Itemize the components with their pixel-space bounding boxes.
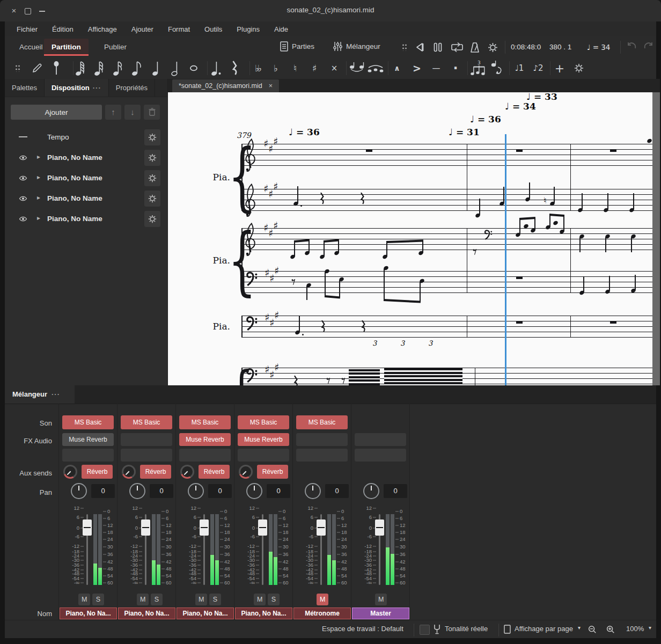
aux-send-knob[interactable] [122, 465, 136, 479]
duration-16th-button[interactable] [112, 60, 124, 76]
volume-fader[interactable] [86, 514, 88, 585]
channel-name[interactable]: Piano, No Na... [235, 608, 292, 619]
parties-button[interactable]: Parties [280, 41, 314, 52]
eighth-rest[interactable] [326, 377, 330, 384]
move-down-button[interactable]: ↓ [124, 105, 141, 120]
volume-fader[interactable] [379, 514, 380, 585]
whole-rest[interactable] [610, 321, 616, 324]
zoom-in-icon[interactable] [606, 625, 615, 634]
menu-outils[interactable]: Outils [204, 25, 222, 33]
whole-rest[interactable] [516, 149, 523, 152]
marcato-button[interactable]: ∧ [394, 64, 400, 72]
workspace-label[interactable]: Espace de travail : Default [322, 625, 403, 633]
fader-handle[interactable] [258, 519, 267, 536]
note[interactable] [553, 221, 559, 225]
tempo-marking[interactable]: ♩ = 34 [505, 101, 536, 112]
visibility-eye-icon[interactable] [18, 153, 28, 162]
pan-knob[interactable] [246, 483, 262, 499]
loop-button[interactable] [451, 42, 465, 53]
solo-button[interactable]: S [151, 594, 163, 605]
tab-palettes[interactable]: Palettes [5, 79, 45, 97]
duration-64th-button[interactable] [75, 60, 86, 76]
fx-slot-1[interactable] [296, 433, 348, 446]
tempo-marking[interactable]: ♩ = 31 [449, 127, 480, 137]
aux-send-knob[interactable] [63, 465, 77, 479]
sound-button[interactable]: MS Basic [238, 415, 289, 429]
voice-1-button[interactable]: ♩1 [515, 63, 524, 73]
staccato-button[interactable]: · [453, 61, 458, 76]
expand-chevron-icon[interactable]: ▸ [37, 173, 40, 181]
tab-publier[interactable]: Publier [97, 39, 134, 56]
score-page[interactable]: 379 ♩ = 36 ♩ = 31 ♩ = 36 ♩ = 34 ♩ = 33 P… [168, 92, 652, 385]
instrument-settings-button[interactable] [144, 191, 160, 207]
instrument-settings-button[interactable] [144, 170, 160, 186]
quarter-rest[interactable] [361, 320, 366, 333]
natural-button[interactable]: ♮ [293, 63, 297, 74]
view-mode-label[interactable]: Affichage par page [515, 625, 573, 633]
fx-slot-1[interactable] [355, 433, 406, 446]
concert-pitch-checkbox[interactable] [420, 625, 430, 635]
toolbar-drag-handle[interactable] [15, 64, 20, 72]
tempo-marking[interactable]: ♩ = 33 [526, 92, 557, 102]
sound-button[interactable]: MS Basic [296, 415, 348, 429]
aux-send-button[interactable]: Réverb [140, 465, 171, 479]
channel-name[interactable]: Piano, No Na... [118, 608, 175, 619]
note-input-pencil-button[interactable] [31, 62, 43, 74]
tab-proprietes[interactable]: Propriétés [109, 79, 155, 97]
quarter-rest[interactable] [359, 192, 365, 205]
channel-name[interactable]: Piano, No Na... [60, 608, 117, 619]
augmentation-dot-button[interactable] [211, 60, 223, 76]
fx-slot-2[interactable] [238, 449, 289, 462]
expand-chevron-icon[interactable]: ▸ [37, 194, 40, 201]
duration-32nd-button[interactable] [93, 60, 105, 76]
expand-chevron-icon[interactable]: ▸ [37, 153, 40, 160]
solo-button[interactable]: S [268, 594, 280, 605]
fx-slot-2[interactable] [121, 449, 172, 462]
layout-item-piano-1[interactable]: ▸ Piano, No Name [5, 148, 168, 168]
note-cursor-icon[interactable] [53, 61, 60, 75]
double-sharp-button[interactable]: × [331, 63, 338, 73]
aux-send-button[interactable]: Réverb [199, 465, 230, 479]
mute-button[interactable]: M [137, 594, 149, 605]
layout-item-piano-4[interactable]: ▸ Piano, No Name [5, 209, 168, 229]
whole-rest[interactable] [610, 149, 616, 152]
volume-fader[interactable] [203, 514, 205, 585]
flat-button[interactable]: ♭ [274, 63, 278, 74]
tuplet-button[interactable]: 3 [471, 60, 487, 76]
toolbar-drag-handle[interactable] [402, 43, 407, 51]
mute-button[interactable]: M [78, 594, 90, 605]
mixer-tab[interactable]: Mélangeur··· [5, 385, 75, 404]
redo-button[interactable] [643, 42, 657, 53]
mute-button[interactable]: M [317, 594, 328, 605]
tempo-marking[interactable]: ♩ = 36 [289, 127, 320, 137]
duration-whole-button[interactable] [189, 65, 198, 71]
whole-rest[interactable] [516, 321, 523, 324]
eighth-rest[interactable] [291, 278, 296, 286]
quarter-rest[interactable] [293, 375, 298, 385]
menu-format[interactable]: Format [168, 25, 190, 33]
fx-slot-2[interactable] [179, 449, 231, 462]
volume-fader[interactable] [145, 514, 146, 585]
rest-button[interactable] [231, 61, 238, 76]
fader-handle[interactable] [200, 519, 209, 536]
tab-more-icon[interactable]: ··· [93, 84, 101, 92]
fx-slot-2[interactable] [62, 449, 114, 462]
view-mode-caret-icon[interactable]: ▾ [578, 625, 581, 631]
tenuto-button[interactable]: — [432, 63, 440, 73]
instrument-settings-button[interactable] [144, 150, 160, 166]
score-scrollbar[interactable] [652, 92, 660, 385]
sound-button[interactable]: MS Basic [121, 415, 172, 429]
menu-fichier[interactable]: Fichier [17, 25, 38, 33]
layout-item-piano-2[interactable]: ▸ Piano, No Name [5, 168, 168, 188]
pan-knob[interactable] [129, 483, 145, 499]
mute-button[interactable]: M [375, 594, 387, 605]
layout-item-piano-3[interactable]: ▸ Piano, No Name [5, 188, 168, 209]
aux-send-button[interactable]: Réverb [257, 465, 288, 479]
solo-button[interactable]: S [92, 594, 104, 605]
rewind-button[interactable] [414, 42, 428, 53]
visibility-eye-icon[interactable] [18, 194, 28, 203]
score-tab[interactable]: *sonate_02_(c)hisamori.mid × [172, 79, 279, 92]
pause-button[interactable] [432, 42, 446, 53]
delete-button[interactable] [144, 105, 160, 120]
melangeur-button[interactable]: Mélangeur [333, 41, 380, 52]
